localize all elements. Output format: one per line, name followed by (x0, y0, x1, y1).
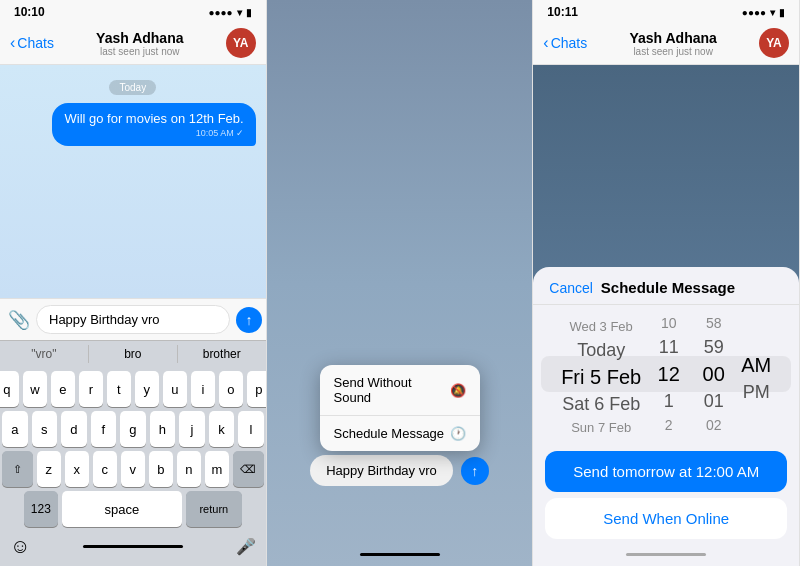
picker-col-days[interactable]: Tue 2 Feb Wed 3 Feb Today Fri 5 Feb Sat … (556, 309, 646, 439)
chat-background-1: Today Will go for movies on 12th Feb. 10… (0, 65, 266, 298)
picker-hour-4: 1 (646, 388, 691, 414)
key-w[interactable]: w (23, 371, 47, 407)
picker-min-4: 01 (691, 388, 736, 414)
panel2-body: Happy Birthday vro ↑ Send Without Sound … (267, 0, 533, 566)
picker-min-selected: 00 (691, 360, 736, 388)
menu-icon-schedule-message: 🕐 (450, 426, 466, 441)
message-input-1[interactable] (36, 305, 230, 334)
date-badge-1: Today (0, 77, 266, 95)
key-r[interactable]: r (79, 371, 103, 407)
key-f[interactable]: f (91, 411, 117, 447)
message-text-1: Will go for movies on 12th Feb. (64, 111, 243, 126)
status-time-1: 10:10 (14, 5, 45, 19)
picker-hour-6: 3 (646, 436, 691, 439)
picker-hour-2: 11 (646, 334, 691, 360)
key-return[interactable]: return (186, 491, 242, 527)
key-z[interactable]: z (37, 451, 61, 487)
send-when-online-button[interactable]: Send When Online (545, 498, 787, 539)
key-shift[interactable]: ⇧ (2, 451, 33, 487)
menu-label-schedule-message: Schedule Message (334, 426, 445, 441)
key-e[interactable]: e (51, 371, 75, 407)
back-button-3[interactable]: ‹ Chats (543, 35, 587, 51)
mic-icon-1[interactable]: 🎤 (236, 537, 256, 556)
key-a[interactable]: a (2, 411, 28, 447)
panel3-body: Cancel Schedule Message Tue 2 Feb Wed 3 … (533, 65, 799, 566)
attach-icon-1[interactable]: 📎 (8, 309, 30, 331)
key-h[interactable]: h (150, 411, 176, 447)
key-b[interactable]: b (149, 451, 173, 487)
key-y[interactable]: y (135, 371, 159, 407)
picker-hour-5: 2 (646, 414, 691, 436)
key-i[interactable]: i (191, 371, 215, 407)
panel-context-menu: Happy Birthday vro ↑ Send Without Sound … (267, 0, 534, 566)
cancel-button-sheet[interactable]: Cancel (549, 280, 593, 296)
picker-day-0: Tue 2 Feb (556, 309, 646, 316)
picker-ampm-selected: AM (736, 351, 776, 379)
picker-min-5: 02 (691, 414, 736, 436)
key-q[interactable]: q (0, 371, 19, 407)
key-j[interactable]: j (179, 411, 205, 447)
key-x[interactable]: x (65, 451, 89, 487)
keyboard-1: q w e r t y u i o p a s d f g h j k l ⇧ … (0, 367, 266, 566)
message-bubble-1: Will go for movies on 12th Feb. 10:05 AM… (10, 103, 256, 146)
menu-item-schedule-message[interactable]: Schedule Message 🕐 (320, 416, 480, 451)
send-tomorrow-button[interactable]: Send tomorrow at 12:00 AM (545, 451, 787, 492)
status-bar-1: 10:10 ●●●● ▾ ▮ (0, 0, 266, 22)
key-v[interactable]: v (121, 451, 145, 487)
picker-col-ampm[interactable]: AM PM (736, 309, 776, 439)
autocomplete-item-1[interactable]: bro (89, 345, 178, 363)
back-button-1[interactable]: ‹ Chats (10, 35, 54, 51)
key-space[interactable]: space (62, 491, 182, 527)
menu-item-send-without-sound[interactable]: Send Without Sound 🔕 (320, 365, 480, 416)
key-p[interactable]: p (247, 371, 267, 407)
wifi-icon-3: ▾ (770, 7, 775, 18)
key-backspace[interactable]: ⌫ (233, 451, 264, 487)
key-k[interactable]: k (209, 411, 235, 447)
autocomplete-item-2[interactable]: brother (178, 345, 266, 363)
key-n[interactable]: n (177, 451, 201, 487)
key-t[interactable]: t (107, 371, 131, 407)
keyboard-bottom-1: ☺ 🎤 (2, 531, 264, 564)
context-menu: Send Without Sound 🔕 Schedule Message 🕐 (320, 365, 480, 451)
autocomplete-bar-1: "vro" bro brother (0, 340, 266, 367)
home-bar-dark-2 (360, 553, 440, 556)
avatar-3[interactable]: YA (759, 28, 789, 58)
key-m[interactable]: m (205, 451, 229, 487)
back-label-1[interactable]: Chats (17, 35, 54, 51)
key-g[interactable]: g (120, 411, 146, 447)
message-time-1: 10:05 AM ✓ (64, 128, 243, 138)
autocomplete-item-0[interactable]: "vro" (0, 345, 89, 363)
picker-container[interactable]: Tue 2 Feb Wed 3 Feb Today Fri 5 Feb Sat … (533, 305, 799, 443)
send-button-1[interactable]: ↑ (236, 307, 262, 333)
battery-icon: ▮ (246, 7, 252, 18)
key-row-3: ⇧ z x c v b n m ⌫ (2, 451, 264, 487)
status-icons-3: ●●●● ▾ ▮ (742, 7, 785, 18)
picker-hour-selected: 12 (646, 360, 691, 388)
picker-min-2: 59 (691, 334, 736, 360)
emoji-icon-1[interactable]: ☺ (10, 535, 30, 558)
picker-min-0: 57 (691, 309, 736, 312)
picker-col-hours[interactable]: 9 10 11 12 1 2 3 (646, 309, 691, 439)
key-num[interactable]: 123 (24, 491, 58, 527)
sheet-title: Schedule Message (601, 279, 735, 296)
key-o[interactable]: o (219, 371, 243, 407)
key-d[interactable]: d (61, 411, 87, 447)
key-c[interactable]: c (93, 451, 117, 487)
key-u[interactable]: u (163, 371, 187, 407)
header-center-1: Yash Adhana last seen just now (60, 30, 220, 57)
sheet-header: Cancel Schedule Message (533, 267, 799, 305)
home-indicator-3 (533, 547, 799, 566)
key-l[interactable]: l (238, 411, 264, 447)
check-icon-1: ✓ (236, 128, 244, 138)
picker-hour-1: 10 (646, 312, 691, 334)
key-row-4: 123 space return (2, 491, 264, 527)
back-label-3[interactable]: Chats (551, 35, 588, 51)
status-bar-3: 10:11 ●●●● ▾ ▮ (533, 0, 799, 22)
picker-day-6: Mon 8 Feb (556, 438, 646, 439)
avatar-1[interactable]: YA (226, 28, 256, 58)
home-indicator-1 (83, 545, 183, 548)
p2-send-btn[interactable]: ↑ (461, 457, 489, 485)
picker-col-minutes[interactable]: 57 58 59 00 01 02 03 (691, 309, 736, 439)
key-s[interactable]: s (32, 411, 58, 447)
contact-name-1: Yash Adhana (60, 30, 220, 46)
